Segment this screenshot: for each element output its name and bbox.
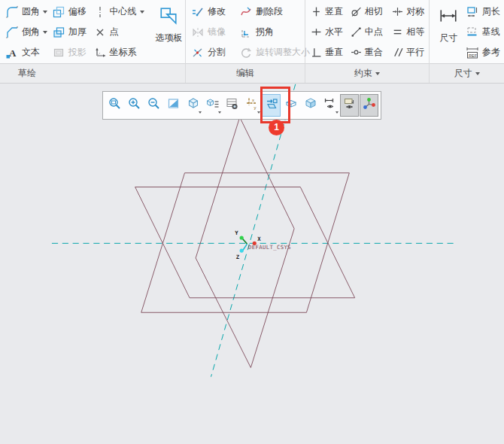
constraint-coincident-button[interactable]: 重合 bbox=[349, 42, 391, 62]
zoom-out-button[interactable] bbox=[144, 94, 163, 117]
offset-icon bbox=[52, 5, 65, 19]
svg-text:REF: REF bbox=[469, 53, 478, 57]
zoom-in-icon bbox=[127, 96, 142, 114]
csys-axis-label-x: X bbox=[257, 236, 261, 242]
text-label: 文本 bbox=[22, 46, 40, 59]
project-label: 投影 bbox=[68, 46, 87, 59]
dimension-display-button[interactable] bbox=[320, 94, 339, 117]
midpoint-constraint-icon bbox=[351, 26, 362, 38]
zoom-fit-button[interactable] bbox=[105, 94, 124, 117]
sketch-canvas[interactable]: XYZDEFAULT_CSYS xy 1 bbox=[0, 83, 504, 444]
saved-orientations-dropdown-icon[interactable] bbox=[218, 111, 221, 115]
centerline-dropdown[interactable] bbox=[140, 11, 144, 16]
parallel-constraint-icon bbox=[392, 47, 403, 58]
csys-dot-z bbox=[240, 248, 244, 252]
glass-cube-icon bbox=[303, 96, 318, 114]
offset-label: 偏移 bbox=[68, 5, 87, 18]
offset-button[interactable]: 偏移 bbox=[50, 2, 92, 22]
mirror-button[interactable]: 镜像 bbox=[190, 22, 238, 42]
coordinate-system-icon bbox=[93, 46, 107, 59]
constraint-symmetric-button[interactable]: 对称 bbox=[390, 2, 428, 22]
reference-button[interactable]: REF 参考 bbox=[464, 42, 503, 62]
view-manager-button[interactable] bbox=[223, 94, 241, 117]
display-style-button[interactable] bbox=[184, 94, 202, 117]
chamfer-button[interactable]: 倒角 bbox=[4, 22, 50, 42]
tangent-constraint-icon bbox=[351, 6, 362, 17]
csys-display-toggle[interactable] bbox=[360, 94, 378, 117]
annotation-highlight-box bbox=[260, 87, 290, 123]
view-manager-icon bbox=[225, 96, 240, 114]
project-button[interactable]: 投影 bbox=[50, 42, 92, 62]
palette-icon bbox=[159, 6, 178, 29]
perimeter-icon bbox=[466, 5, 479, 19]
perpendicular-constraint-icon bbox=[311, 47, 322, 58]
point-icon bbox=[93, 26, 107, 39]
perpendicular-constraint-label: 垂直 bbox=[325, 46, 343, 59]
chamfer-dropdown[interactable] bbox=[43, 31, 47, 36]
constraint-horizontal-button[interactable]: 水平 bbox=[309, 22, 349, 42]
creo-sketch-window: 圆角 倒角 A 文本 偏移 bbox=[0, 0, 504, 444]
dimension-display-dropdown-icon[interactable] bbox=[335, 111, 339, 115]
delete-segment-icon bbox=[239, 5, 253, 19]
palette-button[interactable]: 选项板 bbox=[153, 2, 184, 65]
svg-text:A: A bbox=[9, 47, 17, 59]
csys-display-icon bbox=[362, 96, 377, 114]
coincident-constraint-label: 重合 bbox=[365, 46, 383, 59]
annotation-badge: 1 bbox=[269, 120, 284, 135]
thicken-label: 加厚 bbox=[68, 26, 87, 38]
constraint-parallel-button[interactable]: 平行 bbox=[390, 42, 428, 62]
thicken-button[interactable]: 加厚 bbox=[50, 22, 92, 42]
fillet-icon bbox=[5, 5, 19, 19]
centerline-button[interactable]: 中心线 bbox=[92, 2, 153, 22]
fillet-label: 圆角 bbox=[22, 5, 40, 18]
constraint-tangent-button[interactable]: 相切 bbox=[349, 2, 391, 22]
plane-display-toggle[interactable] bbox=[340, 94, 359, 117]
modify-label: 修改 bbox=[208, 5, 226, 18]
group-label-sketch: 草绘 bbox=[0, 63, 185, 83]
ribbon-group-constrain: 竖直 水平 垂直 相切 bbox=[305, 0, 430, 83]
modify-button[interactable]: 修改 bbox=[190, 2, 238, 22]
dimension-button[interactable]: 尺寸 bbox=[433, 2, 464, 65]
symmetric-constraint-label: 对称 bbox=[406, 5, 424, 18]
constraint-vertical-button[interactable]: 竖直 bbox=[309, 2, 349, 22]
baseline-icon bbox=[466, 26, 479, 39]
glass-cube-button[interactable] bbox=[301, 94, 320, 117]
perimeter-button[interactable]: 周长 bbox=[464, 2, 503, 22]
baseline-label: 基线 bbox=[482, 26, 500, 38]
saved-orientations-button[interactable] bbox=[203, 94, 222, 117]
group-label-constrain[interactable]: 约束 bbox=[305, 63, 429, 83]
palette-label: 选项板 bbox=[155, 32, 182, 44]
coordinate-system-button[interactable]: 坐标系 bbox=[92, 42, 153, 62]
zoom-in-button[interactable] bbox=[125, 94, 144, 117]
corner-button[interactable]: 拐角 bbox=[238, 22, 304, 42]
display-style-dropdown-icon[interactable] bbox=[199, 111, 202, 115]
text-button[interactable]: A 文本 bbox=[4, 42, 50, 62]
ribbon-group-sketch: 圆角 倒角 A 文本 偏移 bbox=[0, 0, 186, 83]
group-label-dimension[interactable]: 尺寸 bbox=[430, 63, 504, 83]
thicken-icon bbox=[52, 26, 65, 39]
reference-label: 参考 bbox=[482, 46, 500, 59]
csys-dot-y bbox=[240, 236, 244, 239]
fillet-dropdown[interactable] bbox=[43, 11, 47, 16]
delete-segment-button[interactable]: 删除段 bbox=[238, 2, 304, 22]
centerline-label: 中心线 bbox=[110, 5, 137, 18]
constraint-perpendicular-button[interactable]: 垂直 bbox=[309, 42, 349, 62]
tangent-constraint-label: 相切 bbox=[365, 5, 383, 18]
datum-display-button[interactable]: xy bbox=[242, 94, 261, 117]
point-button[interactable]: 点 bbox=[92, 22, 153, 42]
csys-label[interactable]: DEFAULT_CSYS bbox=[248, 244, 291, 251]
divide-icon bbox=[191, 46, 205, 59]
repaint-button[interactable] bbox=[164, 94, 183, 117]
baseline-button[interactable]: 基线 bbox=[464, 22, 503, 42]
symmetric-constraint-icon bbox=[392, 6, 403, 17]
dimension-label: 尺寸 bbox=[439, 32, 457, 44]
divide-button[interactable]: 分割 bbox=[190, 42, 238, 62]
constraint-equal-button[interactable]: 相等 bbox=[390, 22, 428, 42]
vertical-constraint-label: 竖直 bbox=[325, 5, 343, 18]
horizontal-constraint-icon bbox=[311, 26, 322, 38]
fillet-button[interactable]: 圆角 bbox=[4, 2, 50, 22]
constraint-midpoint-button[interactable]: 中点 bbox=[349, 22, 391, 42]
rotate-resize-button[interactable]: 旋转调整大小 bbox=[238, 42, 304, 62]
sketch-geometry: XYZDEFAULT_CSYS bbox=[0, 84, 504, 444]
chamfer-icon bbox=[5, 26, 19, 39]
